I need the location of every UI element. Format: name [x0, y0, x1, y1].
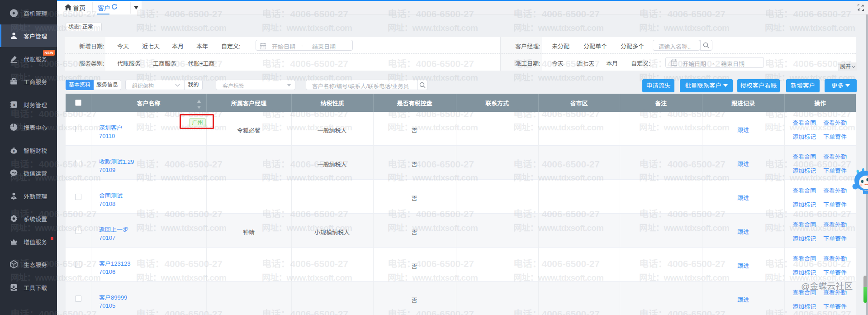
svg-text:¥: ¥	[13, 102, 16, 107]
svg-text:¥: ¥	[13, 148, 15, 153]
